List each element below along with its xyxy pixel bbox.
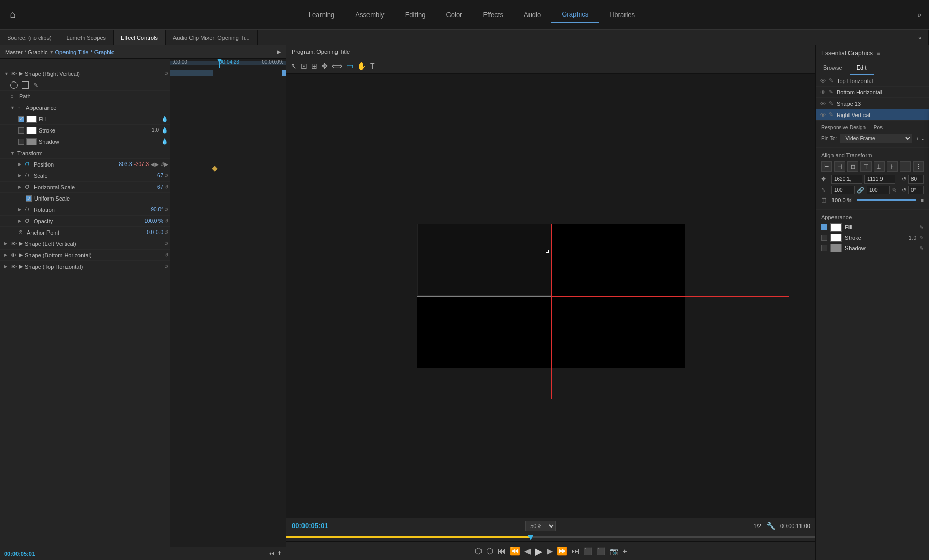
appear-shadow-swatch[interactable] [830,244,842,252]
tab-effect-controls[interactable]: Effect Controls [114,30,166,45]
opening-title-label[interactable]: Opening Title [55,49,89,55]
pos-x[interactable]: 803.3 [119,161,132,167]
transform-row[interactable]: ▼ Transform [0,147,170,159]
distribute-h-btn[interactable]: ≡ [900,161,910,172]
op-stopwatch[interactable]: ⏱ [25,218,32,224]
nav-item-libraries[interactable]: Libraries [599,7,645,23]
zoom-select[interactable]: 50% 25% 75% 100% [525,521,556,531]
anchor-row[interactable]: ⏱ Anchor Point 0.0 0.0 ↺ [0,227,170,238]
graphic-label[interactable]: * Graphic [90,49,114,55]
mark-in-btn[interactable]: ⬡ [475,546,482,556]
align-bottom-btn[interactable]: ⊦ [887,161,898,172]
eyedropper-icon[interactable]: 💧 [161,116,168,122]
appear-fill-swatch[interactable] [830,223,842,232]
edit-tab[interactable]: Edit [850,61,874,75]
wrench-icon[interactable]: 🔧 [766,522,775,530]
stroke-swatch[interactable] [26,127,37,134]
rot-stopwatch[interactable]: ⏱ [25,207,32,212]
step-frame-back[interactable]: ◀ [524,546,531,556]
browse-tab[interactable]: Browse [816,61,850,75]
tab-source[interactable]: Source: (no clips) [0,30,59,45]
goto-in-btn[interactable]: ⏮ [498,547,506,556]
stroke-eyedropper[interactable]: 💧 [161,127,168,134]
appear-stroke-swatch[interactable] [830,234,842,242]
shape-right-vertical-row[interactable]: ▼ 👁 ▶ Shape (Right Vertical) ↺ [0,68,170,79]
appear-shadow-edit[interactable]: ✎ [919,245,924,252]
shadow-checkbox[interactable] [18,139,24,145]
scale-value[interactable]: 67 [157,173,163,178]
nav-item-effects[interactable]: Effects [472,7,514,23]
horiz-scale-row[interactable]: ▶ ⏱ Horizontal Scale 67 ↺ [0,182,170,193]
shadow-eyedropper[interactable]: 💧 [161,138,168,145]
stroke-row[interactable]: Stroke 1.0 💧 [0,125,170,136]
hs-reset[interactable]: ↺ [164,184,168,190]
layer-pen-rv[interactable]: ✎ [829,111,834,118]
path-row[interactable]: ○ Path [0,91,170,102]
hs-value[interactable]: 67 [157,184,163,190]
op-reset[interactable]: ↺ [164,218,168,224]
fill-swatch[interactable] [26,116,37,123]
pan-icon[interactable]: ✥ [322,62,328,70]
nav-item-learning[interactable]: Learning [298,7,345,23]
master-label[interactable]: Master * Graphic [5,49,48,55]
layer-pen-s13[interactable]: ✎ [829,100,834,107]
pin-minus-icon[interactable]: - [922,136,924,142]
align-right-btn[interactable]: ⊞ [847,161,858,172]
handle-tl[interactable] [546,250,549,253]
opacity-value[interactable]: 100.0 % [144,218,163,224]
pos-next-kf[interactable]: ▶ [164,161,168,167]
monitor-playbar[interactable] [286,533,815,541]
layer-eye-bh[interactable]: 👁 [820,89,826,95]
fill-checkbox[interactable]: ✓ [18,116,24,122]
rot-value[interactable]: 90.0° [151,207,163,212]
opacity-val[interactable]: 100.0 % [831,197,852,203]
anchor-x[interactable]: 0.0 [147,229,154,235]
layer-eye-th[interactable]: 👁 [820,78,826,84]
step-back-btn[interactable]: ⏪ [510,546,520,556]
more-icon[interactable]: » [918,11,921,19]
layer-right-vertical[interactable]: 👁 ✎ Right Vertical Rename... Cut Copy Pa… [816,109,929,121]
tx-y-input[interactable] [864,175,895,184]
zoom-icon[interactable]: ⊞ [311,62,317,70]
fit-icon[interactable]: ⊡ [301,62,307,70]
tab-expand[interactable]: » [911,30,929,45]
shape-th-row[interactable]: ▶ 👁 ▶ Shape (Top Horizontal) ↺ [0,261,170,272]
insert-btn[interactable]: ⬛ [584,547,592,555]
scale-reset[interactable]: ↺ [164,173,168,178]
ec-play-btn[interactable]: ⏮ [268,550,274,557]
layer-eye-s13[interactable]: 👁 [820,101,826,107]
align-vcenter-btn[interactable]: ⊥ [874,161,885,172]
tx-scaley-input[interactable] [867,186,890,194]
sth-reset[interactable]: ↺ [164,263,168,269]
sth-eye[interactable]: 👁 [11,263,17,270]
appear-fill-edit[interactable]: ✎ [919,224,924,231]
appear-shadow-check[interactable] [821,245,827,251]
rot-reset[interactable]: ↺ [164,207,168,212]
layer-eye-rv[interactable]: 👁 [820,112,826,118]
layer-shape-13[interactable]: 👁 ✎ Shape 13 [816,98,929,109]
appear-fill-check[interactable] [821,224,827,230]
play-btn[interactable]: ▶ [535,545,542,557]
nav-item-graphics[interactable]: Graphics [551,6,599,23]
safe-margins-icon[interactable]: ▭ [346,62,353,70]
scale-stopwatch[interactable]: ⏱ [25,173,32,178]
tab-lumetri[interactable]: Lumetri Scopes [59,30,114,45]
overwrite-btn[interactable]: ⬛ [597,547,605,555]
fit-width-icon[interactable]: ⟺ [332,62,342,70]
eg-menu-icon[interactable]: ≡ [877,50,880,57]
pen-tool[interactable]: ✎ [33,81,38,89]
uniform-scale-check[interactable]: ✓ [26,195,32,202]
slv-reset[interactable]: ↺ [164,241,168,246]
nav-item-audio[interactable]: Audio [514,7,551,23]
tx-angle-input[interactable] [908,186,924,194]
nav-item-color[interactable]: Color [436,7,472,23]
appear-stroke-edit[interactable]: ✎ [919,235,924,241]
fill-row[interactable]: ✓ Fill 💧 [0,113,170,125]
shape-lv-row[interactable]: ▶ 👁 ▶ Shape (Left Vertical) ↺ [0,238,170,250]
pos-reset[interactable]: ↺ [160,161,164,167]
tx-rot-input[interactable] [908,175,924,184]
pos-right-arrow[interactable]: ▶ [155,161,159,167]
step-fwd-btn[interactable]: ⏩ [557,546,567,556]
scale-row[interactable]: ▶ ⏱ Scale 67 ↺ [0,170,170,182]
align-hcenter-btn[interactable]: ⊣ [834,161,845,172]
